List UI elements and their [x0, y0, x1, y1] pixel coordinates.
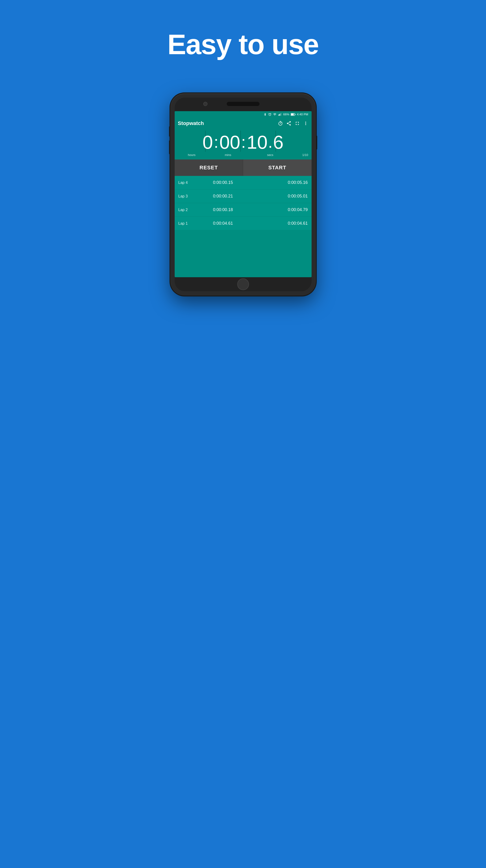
battery-icon	[291, 113, 295, 116]
power-button	[316, 135, 317, 150]
stopwatch-icon[interactable]	[278, 121, 283, 126]
more-icon[interactable]	[303, 121, 308, 126]
control-buttons: RESET START	[175, 159, 312, 176]
page-headline: Easy to use	[167, 28, 319, 61]
lap-name: Lap 3	[179, 194, 195, 198]
phone-speaker	[227, 102, 260, 106]
timer-labels: hours mins secs 1/10	[175, 152, 312, 159]
alarm-icon	[268, 113, 271, 116]
timer-fraction: 6	[273, 133, 284, 152]
empty-area	[175, 230, 312, 277]
lap-time: 0:00:00.15	[195, 180, 251, 185]
app-bar: Stopwatch	[175, 118, 312, 129]
app-title: Stopwatch	[178, 120, 274, 126]
bluetooth-icon	[263, 113, 267, 116]
minutes-label: mins	[212, 153, 245, 157]
timer-minutes: 00	[220, 133, 240, 152]
status-icons: 66% 4:40 PM	[263, 113, 308, 116]
lap-row: Lap 40:00:00.150:00:05.16	[175, 176, 312, 189]
lap-row: Lap 10:00:04.610:00:04.61	[175, 217, 312, 230]
decimal-separator: .	[267, 134, 273, 152]
home-button[interactable]	[237, 278, 249, 290]
fullscreen-icon[interactable]	[295, 121, 300, 126]
phone-screen: 66% 4:40 PM Stopwatch	[175, 111, 312, 277]
lap-row: Lap 30:00:00.210:00:05.01	[175, 189, 312, 203]
svg-rect-0	[279, 115, 279, 116]
lap-time: 0:00:00.21	[195, 194, 251, 199]
phone-mockup: 66% 4:40 PM Stopwatch	[170, 93, 316, 296]
separator-1: :	[213, 134, 219, 152]
fraction-label: 1/10	[296, 153, 310, 157]
svg-rect-4	[281, 113, 281, 116]
lap-row: Lap 20:00:00.180:00:04.79	[175, 203, 312, 217]
status-bar: 66% 4:40 PM	[175, 111, 312, 118]
seconds-label: secs	[245, 153, 296, 157]
lap-total-time: 0:00:05.16	[251, 180, 308, 185]
lap-time: 0:00:00.18	[195, 207, 251, 212]
timer-numbers: 0 : 00 : 10 . 6	[175, 129, 312, 152]
svg-rect-3	[281, 113, 281, 116]
volume-down-button	[169, 140, 170, 154]
lap-list: Lap 40:00:00.150:00:05.16Lap 30:00:00.21…	[175, 176, 312, 230]
svg-rect-6	[295, 114, 295, 115]
timer-seconds: 10	[247, 133, 267, 152]
svg-rect-7	[291, 114, 294, 115]
reset-button[interactable]: RESET	[175, 159, 244, 176]
timer-display: 0 : 00 : 10 . 6 hours mins secs 1/10	[175, 129, 312, 159]
front-camera	[203, 102, 207, 106]
wifi-icon	[273, 113, 277, 116]
svg-rect-1	[279, 114, 280, 115]
lap-name: Lap 2	[179, 208, 195, 212]
lap-name: Lap 1	[179, 221, 195, 226]
battery-percentage: 66%	[283, 113, 289, 116]
timer-hours: 0	[202, 133, 213, 152]
lap-total-time: 0:00:04.61	[251, 221, 308, 226]
svg-rect-2	[280, 114, 280, 116]
lap-total-time: 0:00:04.79	[251, 207, 308, 212]
volume-up-button	[169, 126, 170, 137]
start-button[interactable]: START	[243, 159, 312, 176]
lap-time: 0:00:04.61	[195, 221, 251, 226]
status-time: 4:40 PM	[297, 113, 308, 116]
signal-icon	[278, 113, 282, 116]
separator-2: :	[240, 134, 247, 152]
phone-top-bezel	[175, 98, 312, 111]
phone-bottom-bezel	[175, 277, 312, 291]
hours-label: hours	[176, 153, 207, 157]
lap-total-time: 0:00:05.01	[251, 194, 308, 199]
share-icon[interactable]	[286, 121, 291, 126]
lap-name: Lap 4	[179, 181, 195, 185]
